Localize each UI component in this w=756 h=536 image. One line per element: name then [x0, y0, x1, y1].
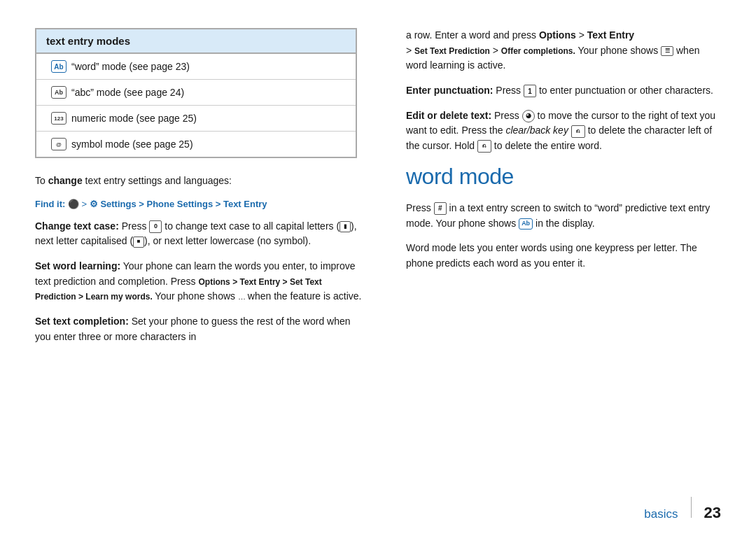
- find-it-line: Find it: ⚫ > ⚙ Settings > Phone Settings…: [35, 199, 364, 209]
- set-word-learning-para: Set word learning: Your phone can learn …: [35, 259, 364, 304]
- table-header-label: text entry modes: [46, 35, 130, 47]
- word-mode-icon: Ab: [51, 60, 66, 73]
- numeric-mode-icon: 123: [51, 112, 66, 125]
- footer: basics 23: [644, 497, 721, 522]
- word-mode-heading: word mode: [406, 164, 721, 190]
- zero-key-icon: 0: [149, 220, 162, 233]
- word-mode-para1: Press # in a text entry screen to switch…: [406, 201, 721, 231]
- nav-key-icon: ◕: [522, 110, 535, 122]
- back-key-hold-icon: ⎌: [477, 140, 491, 153]
- mode-label: “abc” mode (see page 24): [71, 87, 184, 98]
- table-row: 123 numeric mode (see page 25): [36, 106, 356, 132]
- right-column: a row. Enter a word and press Options > …: [392, 28, 721, 508]
- change-settings-para: To change text entry settings and langua…: [35, 174, 364, 189]
- mode-label: symbol mode (see page 25): [71, 139, 193, 150]
- mode-icon-cell: @: [46, 138, 71, 150]
- change-text-case-para: Change text case: Press 0 to change text…: [35, 219, 364, 249]
- table-row: @ symbol mode (see page 25): [36, 132, 356, 157]
- back-key-icon: ⎌: [571, 125, 585, 138]
- set-text-completion-para: Set text completion: Set your phone to g…: [35, 314, 364, 344]
- hash-key-icon: #: [434, 202, 447, 215]
- mode-label: “word” mode (see page 23): [71, 61, 190, 72]
- mode-icon-cell: Ab: [46, 60, 71, 73]
- footer-basics-label: basics: [644, 507, 678, 521]
- word-mode-display-icon: Ab: [519, 218, 533, 230]
- edit-delete-para: Edit or delete text: Press ◕ to move the…: [406, 108, 721, 154]
- table-row: Ab “word” mode (see page 23): [36, 54, 356, 80]
- abc-mode-icon: Ab: [51, 86, 66, 99]
- mode-icon-cell: Ab: [46, 86, 71, 99]
- word-mode-para2: Word mode lets you enter words using one…: [406, 241, 721, 271]
- completion-icon: ☰: [661, 46, 673, 56]
- table-header: text entry modes: [36, 29, 356, 54]
- cap-all-icon: ▮: [340, 221, 351, 232]
- footer-page-number: 23: [704, 504, 721, 522]
- mode-icon-cell: 123: [46, 112, 71, 125]
- continuation-para: a row. Enter a word and press Options > …: [406, 28, 721, 73]
- left-column: text entry modes Ab “word” mode (see pag…: [35, 28, 392, 508]
- table-row: Ab “abc” mode (see page 24): [36, 80, 356, 106]
- page: text entry modes Ab “word” mode (see pag…: [0, 0, 756, 536]
- text-entry-modes-table: text entry modes Ab “word” mode (see pag…: [35, 28, 357, 158]
- cap-next-icon: ■: [133, 237, 144, 248]
- enter-punctuation-para: Enter punctuation: Press 1 to enter punc…: [406, 83, 721, 99]
- symbol-mode-icon: @: [51, 138, 66, 150]
- footer-divider: [691, 497, 692, 518]
- one-key-icon: 1: [524, 85, 536, 97]
- nav-dot-icon: ⚫ >: [68, 199, 90, 209]
- mode-label: numeric mode (see page 25): [71, 113, 197, 124]
